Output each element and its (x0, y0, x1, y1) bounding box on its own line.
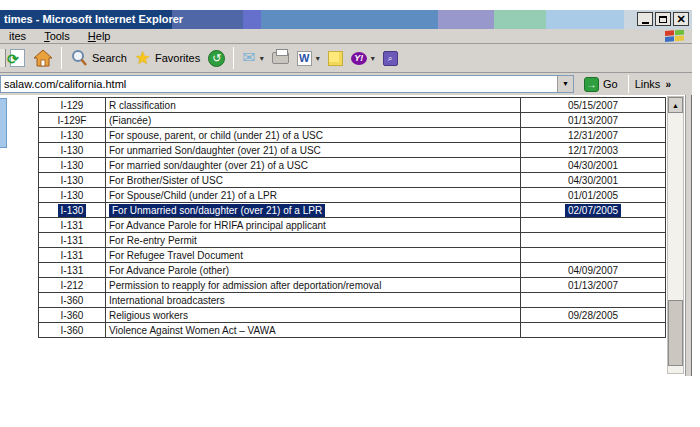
form-cell: I-360 (39, 293, 106, 308)
table-row: I-130For unmarried Son/daughter (over 21… (39, 143, 666, 158)
print-icon (272, 52, 289, 64)
window-right-frame (685, 95, 692, 376)
date-cell (521, 293, 666, 308)
form-cell: I-130 (39, 128, 106, 143)
address-input[interactable]: salaw.com/california.html ▼ (0, 75, 574, 93)
favorites-button[interactable]: ★ Favorites (131, 45, 204, 71)
windows-logo-icon (664, 30, 686, 45)
form-cell: I-360 (39, 308, 106, 323)
links-chevron-icon[interactable]: » (665, 79, 671, 90)
date-cell (521, 323, 666, 338)
toolbar-separator (233, 47, 234, 69)
date-cell: 04/30/2001 (521, 158, 666, 173)
menu-item-tools[interactable]: Tools (35, 29, 79, 44)
form-cell: I-130 (39, 158, 106, 173)
table-row: I-360Violence Against Women Act – VAWA (39, 323, 666, 338)
refresh-icon: ⟳ (10, 49, 25, 67)
history-button[interactable]: ↺ (204, 45, 229, 71)
links-label[interactable]: Links (635, 78, 661, 90)
title-bar: times - Microsoft Internet Explorer ✕ (0, 10, 692, 29)
vertical-scrollbar[interactable]: ▲ (667, 96, 684, 374)
menu-item-help[interactable]: Help (79, 29, 120, 44)
form-cell: I-130 (39, 203, 106, 218)
scroll-up-arrow-icon: ▲ (672, 102, 679, 109)
description-cell: For married son/daughter (over 21) of a … (106, 158, 521, 173)
form-cell: I-131 (39, 263, 106, 278)
yahoo-dropdown-icon: ▾ (371, 54, 375, 63)
maximize-button[interactable] (655, 12, 671, 26)
date-cell: 09/28/2005 (521, 308, 666, 323)
form-cell: I-130 (39, 173, 106, 188)
print-button[interactable] (268, 45, 293, 71)
form-cell: I-129F (39, 113, 106, 128)
form-cell: I-131 (39, 218, 106, 233)
form-cell: I-212 (39, 278, 106, 293)
toolbar-separator (61, 47, 62, 69)
go-arrow-icon: → (584, 77, 599, 92)
toolbar: ⟳ Search ★ Favorites ↺ (0, 44, 692, 73)
cropped-page-element (0, 98, 7, 148)
word-dropdown-icon: ▾ (316, 54, 320, 63)
table-row: I-131For Advance Parole (other)04/09/200… (39, 263, 666, 278)
window-controls: ✕ (637, 12, 689, 26)
date-cell (521, 218, 666, 233)
table-row: I-130For Spouse/Child (under 21) of a LP… (39, 188, 666, 203)
description-cell: For Spouse/Child (under 21) of a LPR (106, 188, 521, 203)
description-cell: For Refugee Travel Document (106, 248, 521, 263)
close-icon: ✕ (676, 14, 685, 24)
table-row: I-131For Advance Parole for HRIFA princi… (39, 218, 666, 233)
date-cell: 04/30/2001 (521, 173, 666, 188)
date-cell: 12/17/2003 (521, 143, 666, 158)
edit-with-word-button[interactable]: W ▾ (293, 45, 324, 71)
form-cell: I-129 (39, 98, 106, 113)
description-cell: For Advance Parole (other) (106, 263, 521, 278)
description-cell: For spouse, parent, or child (under 21) … (106, 128, 521, 143)
description-cell: Violence Against Women Act – VAWA (106, 323, 521, 338)
description-cell: (Fiancée) (106, 113, 521, 128)
page-content: I-129R classification05/15/2007I-129F(Fi… (0, 95, 692, 376)
date-cell: 02/07/2005 (521, 203, 666, 218)
description-cell: R classification (106, 98, 521, 113)
mail-icon: ✉ (242, 51, 255, 65)
close-button[interactable]: ✕ (673, 12, 689, 26)
address-url: salaw.com/california.html (4, 78, 126, 90)
table-row: I-131For Re-entry Permit (39, 233, 666, 248)
mail-button[interactable]: ✉ ▾ (238, 45, 267, 71)
companion-button[interactable]: ⌕ (379, 45, 402, 71)
go-button[interactable]: → Go (580, 76, 622, 93)
companion-icon: ⌕ (383, 51, 398, 66)
minimize-button[interactable] (637, 12, 653, 26)
window-title: times - Microsoft Internet Explorer (4, 13, 183, 25)
date-cell: 05/15/2007 (521, 98, 666, 113)
table-row: I-212Permission to reapply for admission… (39, 278, 666, 293)
scrollbar-thumb[interactable] (668, 300, 683, 366)
description-cell: For Brother/Sister of USC (106, 173, 521, 188)
address-dropdown-button[interactable]: ▼ (557, 76, 573, 92)
description-cell: For Re-entry Permit (106, 233, 521, 248)
search-label: Search (92, 52, 127, 64)
table-row: I-129R classification05/15/2007 (39, 98, 666, 113)
form-cell: I-130 (39, 188, 106, 203)
description-cell: For unmarried Son/daughter (over 21) of … (106, 143, 521, 158)
form-cell: I-131 (39, 233, 106, 248)
date-cell: 01/13/2007 (521, 278, 666, 293)
table-row: I-130For Unmarried son/daughter (over 21… (39, 203, 666, 218)
search-button[interactable]: Search (66, 45, 131, 71)
browser-window: times - Microsoft Internet Explorer ✕ it… (0, 10, 692, 376)
description-cell: Religious workers (106, 308, 521, 323)
date-cell: 04/09/2007 (521, 263, 666, 278)
form-cell: I-130 (39, 143, 106, 158)
word-icon: W (297, 51, 312, 66)
notes-button[interactable] (324, 45, 347, 71)
processing-table-body: I-129R classification05/15/2007I-129F(Fi… (39, 98, 666, 338)
refresh-button[interactable]: ⟳ (6, 45, 29, 71)
menu-item-ites[interactable]: ites (0, 29, 35, 44)
table-row: I-129F(Fiancée)01/13/2007 (39, 113, 666, 128)
yahoo-button[interactable]: Y! ▾ (347, 45, 379, 71)
table-row: I-130For Brother/Sister of USC04/30/2001 (39, 173, 666, 188)
ie-window-screenshot: times - Microsoft Internet Explorer ✕ it… (0, 0, 700, 427)
date-cell: 01/01/2005 (521, 188, 666, 203)
scroll-up-button[interactable]: ▲ (668, 97, 683, 113)
form-cell: I-360 (39, 323, 106, 338)
home-button[interactable] (29, 45, 57, 71)
